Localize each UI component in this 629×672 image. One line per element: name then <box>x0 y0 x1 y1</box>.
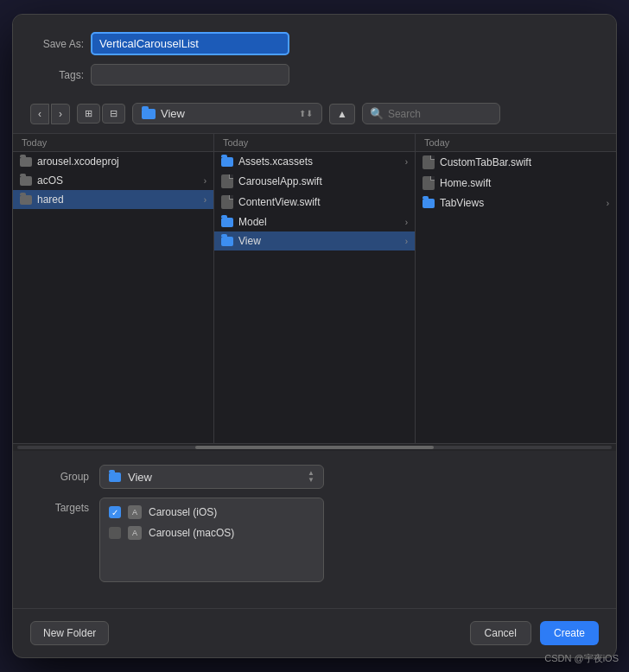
search-input[interactable] <box>388 108 492 120</box>
chevron-right-icon: › <box>204 195 206 205</box>
group-label: Group <box>30 471 99 483</box>
tags-label: Tags: <box>30 69 91 81</box>
file-icon <box>221 195 233 209</box>
list-item[interactable]: CarouselApp.swift <box>214 171 415 192</box>
file-name: Assets.xcassets <box>238 155 400 168</box>
file-name: CarouselApp.swift <box>238 175 408 187</box>
targets-container: ✓ A Carousel (iOS) A Carousel (macOS) <box>99 498 324 582</box>
chevron-right-icon: › <box>607 199 609 208</box>
file-name: View <box>238 235 400 247</box>
tags-row: Tags: <box>30 64 599 86</box>
browser-column-3: Today CustomTabBar.swift Home.swift TabV… <box>416 134 616 443</box>
save-as-input[interactable] <box>91 32 289 55</box>
folder-icon <box>20 176 32 186</box>
file-name: arousel.xcodeproj <box>37 155 206 168</box>
search-box[interactable]: 🔍 <box>362 103 500 124</box>
file-name: acOS <box>37 174 199 187</box>
chevron-right-icon: › <box>405 218 408 227</box>
folder-icon <box>221 237 233 246</box>
stepper-down-button[interactable]: ▼ <box>308 477 314 484</box>
new-folder-button[interactable]: New Folder <box>30 621 109 645</box>
group-value: View <box>128 471 152 484</box>
top-section: Save As: Tags: <box>13 15 616 86</box>
col3-header: Today <box>416 134 616 152</box>
save-dialog: Save As: Tags: ‹ › ⊞ ⊟ View ⬆⬇ ▲ 🔍 <box>12 14 617 658</box>
chevron-up-down-icon: ⬆⬇ <box>299 109 313 118</box>
file-name: TabViews <box>440 197 601 209</box>
location-label: View <box>161 107 185 120</box>
group-dropdown[interactable]: View ▲ ▼ <box>99 465 324 489</box>
target-icon-ios: A <box>128 505 142 519</box>
file-name: hared <box>37 193 199 206</box>
cancel-button[interactable]: Cancel <box>470 621 531 645</box>
back-button[interactable]: ‹ <box>30 104 49 124</box>
file-name: Model <box>238 216 400 228</box>
list-item[interactable]: acOS › <box>13 171 213 190</box>
list-item[interactable]: View › <box>214 231 415 250</box>
file-name: CustomTabBar.swift <box>440 156 609 168</box>
list-item[interactable]: ContentView.swift <box>214 192 415 212</box>
create-button[interactable]: Create <box>540 621 599 645</box>
file-icon <box>423 176 435 190</box>
file-name: Home.swift <box>440 177 609 189</box>
target-icon-macos: A <box>128 526 142 540</box>
toolbar: ‹ › ⊞ ⊟ View ⬆⬇ ▲ 🔍 <box>13 94 616 133</box>
folder-icon <box>142 109 156 119</box>
folder-icon <box>109 472 121 482</box>
nav-buttons: ‹ › <box>30 104 70 124</box>
folder-icon <box>221 218 233 227</box>
location-dropdown[interactable]: View ⬆⬇ <box>132 103 322 124</box>
checkbox-ios[interactable]: ✓ <box>109 506 121 518</box>
save-as-label: Save As: <box>30 38 91 50</box>
file-browser: Today arousel.xcodeproj acOS › hared › T… <box>13 133 616 444</box>
browser-column-1: Today arousel.xcodeproj acOS › hared › <box>13 134 214 443</box>
list-item[interactable]: CustomTabBar.swift <box>416 152 616 173</box>
grid-view-button[interactable]: ⊟ <box>102 104 125 124</box>
browser-column-2: Today Assets.xcassets › CarouselApp.swif… <box>214 134 416 443</box>
file-icon <box>423 155 435 169</box>
target-item-macos[interactable]: A Carousel (macOS) <box>100 523 323 543</box>
expand-button[interactable]: ▲ <box>329 104 355 124</box>
checkbox-macos[interactable] <box>109 527 121 539</box>
tags-input[interactable] <box>91 64 289 86</box>
scrollbar-thumb[interactable] <box>195 446 433 449</box>
file-name: ContentView.swift <box>238 196 408 208</box>
file-icon <box>221 174 233 188</box>
bottom-buttons: New Folder Cancel Create <box>13 608 616 657</box>
list-item[interactable]: Assets.xcassets › <box>214 152 415 171</box>
col2-header: Today <box>214 134 415 152</box>
search-icon: 🔍 <box>370 107 384 120</box>
save-as-row: Save As: <box>30 32 599 55</box>
watermark: CSDN @宇夜iOS <box>544 652 619 665</box>
target-name-macos: Carousel (macOS) <box>149 527 234 539</box>
target-name-ios: Carousel (iOS) <box>149 506 217 518</box>
view-toggle: ⊞ ⊟ <box>77 104 125 124</box>
chevron-right-icon: › <box>405 237 408 246</box>
scrollbar-area <box>13 444 616 451</box>
forward-button[interactable]: › <box>51 104 70 124</box>
folder-icon <box>221 157 233 167</box>
targets-label: Targets <box>30 498 99 514</box>
list-item[interactable]: arousel.xcodeproj <box>13 152 213 171</box>
chevron-right-icon: › <box>405 157 408 167</box>
target-item-ios[interactable]: ✓ A Carousel (iOS) <box>100 502 323 523</box>
col1-header: Today <box>13 134 213 152</box>
list-item[interactable]: Home.swift <box>416 173 616 193</box>
folder-icon <box>20 157 32 167</box>
folder-icon <box>20 195 32 205</box>
list-item[interactable]: hared › <box>13 190 213 209</box>
column-view-button[interactable]: ⊞ <box>77 104 100 124</box>
list-item[interactable]: Model › <box>214 212 415 231</box>
action-buttons: Cancel Create <box>470 621 599 645</box>
targets-row: Targets ✓ A Carousel (iOS) A Carousel (m… <box>30 498 599 582</box>
bottom-section: Group View ▲ ▼ Targets ✓ A Carousel (iOS… <box>13 451 616 608</box>
folder-icon <box>423 199 435 208</box>
stepper: ▲ ▼ <box>308 470 314 484</box>
list-item[interactable]: TabViews › <box>416 193 616 212</box>
group-row: Group View ▲ ▼ <box>30 465 599 489</box>
chevron-right-icon: › <box>204 176 206 186</box>
scrollbar-track <box>17 446 612 449</box>
